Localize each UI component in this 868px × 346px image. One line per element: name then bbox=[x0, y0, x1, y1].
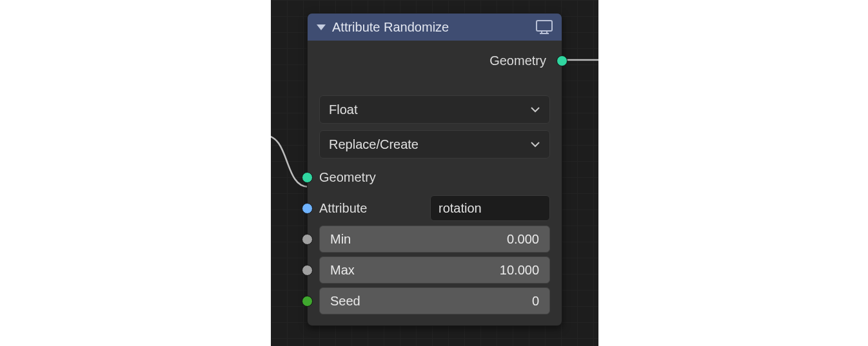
input-max-socket[interactable] bbox=[302, 265, 313, 276]
input-seed-row: Seed 0 bbox=[308, 285, 562, 316]
min-value: 0.000 bbox=[507, 232, 539, 247]
output-geometry-label: Geometry bbox=[489, 53, 546, 68]
operation-dropdown[interactable]: Replace/Create bbox=[319, 130, 550, 159]
data-type-dropdown[interactable]: Float bbox=[319, 95, 550, 124]
input-max-row: Max 10.000 bbox=[308, 255, 562, 285]
min-number-field[interactable]: Min 0.000 bbox=[319, 226, 550, 253]
output-geometry-row: Geometry bbox=[308, 47, 562, 74]
svg-rect-0 bbox=[537, 21, 552, 31]
input-geometry-row: Geometry bbox=[308, 162, 562, 193]
output-geometry-socket[interactable] bbox=[557, 55, 567, 66]
node-header[interactable]: Attribute Randomize bbox=[308, 14, 562, 41]
node-title: Attribute Randomize bbox=[332, 20, 529, 35]
max-value: 10.000 bbox=[500, 263, 539, 278]
data-type-value: Float bbox=[329, 102, 357, 117]
display-icon[interactable] bbox=[536, 20, 553, 34]
input-geometry-label: Geometry bbox=[319, 170, 376, 185]
min-label: Min bbox=[330, 232, 351, 247]
input-min-socket[interactable] bbox=[302, 234, 313, 245]
input-geometry-socket[interactable] bbox=[302, 172, 313, 183]
node-editor-canvas[interactable]: Attribute Randomize Geometry Float bbox=[271, 0, 598, 346]
max-label: Max bbox=[330, 263, 355, 278]
operation-row: Replace/Create bbox=[308, 127, 562, 162]
seed-value: 0 bbox=[532, 294, 539, 309]
input-attribute-row: Attribute bbox=[308, 193, 562, 224]
max-number-field[interactable]: Max 10.000 bbox=[319, 256, 550, 284]
node-body: Geometry Float Replace/Create bbox=[308, 41, 562, 325]
data-type-row: Float bbox=[308, 92, 562, 127]
attribute-name-input[interactable] bbox=[430, 195, 550, 221]
operation-value: Replace/Create bbox=[329, 137, 419, 152]
chevron-down-icon bbox=[530, 106, 540, 113]
input-seed-socket[interactable] bbox=[302, 296, 313, 307]
input-attribute-label: Attribute bbox=[319, 201, 367, 216]
chevron-down-icon bbox=[530, 141, 540, 148]
input-min-row: Min 0.000 bbox=[308, 224, 562, 255]
seed-label: Seed bbox=[330, 294, 360, 309]
collapse-triangle-icon[interactable] bbox=[317, 24, 326, 30]
attribute-randomize-node[interactable]: Attribute Randomize Geometry Float bbox=[307, 13, 562, 326]
seed-number-field[interactable]: Seed 0 bbox=[319, 287, 550, 314]
input-attribute-socket[interactable] bbox=[302, 203, 313, 214]
